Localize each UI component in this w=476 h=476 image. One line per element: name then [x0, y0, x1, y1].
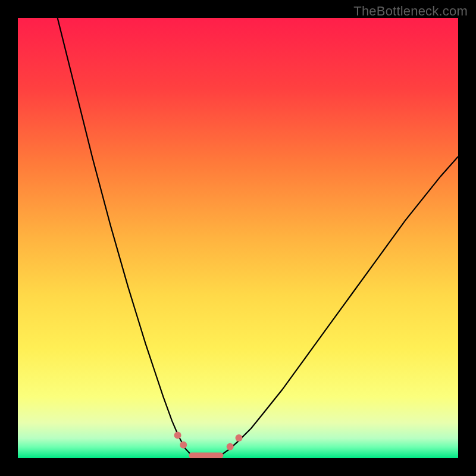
outer-frame: TheBottleneck.com	[0, 0, 476, 476]
marker-right-dot-1	[227, 443, 234, 450]
marker-left-dot-2	[180, 441, 187, 449]
watermark-text: TheBottleneck.com	[353, 4, 468, 19]
marker-left-dot-1	[174, 432, 181, 439]
bottleneck-chart	[18, 18, 458, 458]
marker-right-dot-2	[235, 434, 242, 441]
